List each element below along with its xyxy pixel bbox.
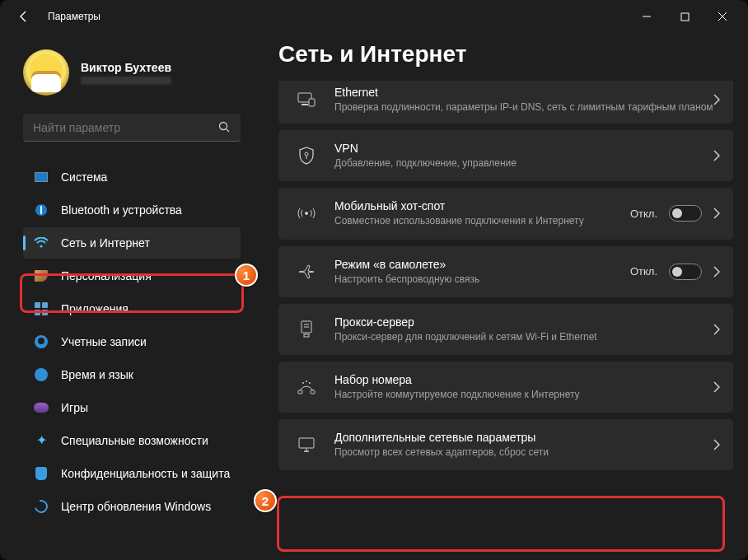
nav-system[interactable]: Система xyxy=(23,161,241,193)
svg-rect-16 xyxy=(311,390,315,394)
user-icon xyxy=(33,334,49,350)
update-icon xyxy=(33,498,49,515)
card-subtitle: Прокси-сервер для подключений к сетям Wi… xyxy=(334,330,713,343)
nav-label: Конфиденциальность и защита xyxy=(61,467,230,480)
back-button[interactable] xyxy=(12,4,36,29)
svg-point-17 xyxy=(302,382,304,384)
wifi-icon xyxy=(33,235,49,251)
nav-update[interactable]: Центр обновления Windows xyxy=(23,491,241,522)
nav-accounts[interactable]: Учетные записи xyxy=(23,326,241,357)
chevron-right-icon xyxy=(713,150,720,161)
annotation-badge-1: 1 xyxy=(235,264,258,287)
svg-rect-7 xyxy=(309,99,315,106)
svg-rect-6 xyxy=(302,104,308,105)
minimize-button[interactable] xyxy=(628,4,666,29)
card-title: Мобильный хот-спот xyxy=(334,199,630,212)
nav-label: Bluetooth и устройства xyxy=(61,203,182,217)
titlebar: Параметры xyxy=(0,0,748,33)
card-title: Ethernet xyxy=(334,86,713,99)
card-ethernet[interactable]: Ethernet Проверка подлинности, параметры… xyxy=(278,81,733,124)
proxy-icon xyxy=(293,320,320,338)
svg-rect-15 xyxy=(298,390,302,394)
card-proxy[interactable]: Прокси-сервер Прокси-сервер для подключе… xyxy=(278,304,733,355)
card-title: Дополнительные сетевые параметры xyxy=(334,431,713,444)
nav-network[interactable]: Сеть и Интернет xyxy=(23,227,241,259)
nav-label: Время и язык xyxy=(61,368,133,381)
card-hotspot[interactable]: Мобильный хот-спот Совместное использова… xyxy=(278,188,733,239)
card-title: VPN xyxy=(334,142,713,155)
card-subtitle: Настроить беспроводную связь xyxy=(334,273,630,286)
toggle-state: Откл. xyxy=(630,265,657,278)
chevron-right-icon xyxy=(713,94,720,105)
nav-gaming[interactable]: Игры xyxy=(23,392,241,423)
card-subtitle: Добавление, подключение, управление xyxy=(334,156,713,170)
chevron-right-icon xyxy=(713,439,720,450)
avatar xyxy=(23,49,69,96)
card-advanced-network[interactable]: Дополнительные сетевые параметры Просмот… xyxy=(278,419,733,470)
chevron-right-icon xyxy=(713,324,720,335)
airplane-toggle[interactable] xyxy=(669,264,702,280)
svg-point-8 xyxy=(305,152,308,156)
chevron-right-icon xyxy=(713,266,720,278)
card-subtitle: Просмотр всех сетевых адаптеров, сброс с… xyxy=(334,446,713,459)
clock-icon xyxy=(33,366,49,383)
dialup-icon xyxy=(293,380,320,394)
window-controls xyxy=(628,4,741,29)
profile-email-blurred xyxy=(81,77,171,85)
nav-privacy[interactable]: Конфиденциальность и защита xyxy=(23,458,241,489)
nav-bluetooth[interactable]: Bluetooth и устройства xyxy=(23,194,241,226)
card-title: Прокси-сервер xyxy=(334,315,713,329)
nav-list: Система Bluetooth и устройства Сеть и Ин… xyxy=(23,161,241,522)
nav-label: Специальные возможности xyxy=(61,434,208,447)
svg-rect-20 xyxy=(299,438,314,448)
svg-rect-14 xyxy=(304,334,309,337)
page-title: Сеть и Интернет xyxy=(278,41,733,68)
card-title: Набор номера xyxy=(334,373,713,386)
bluetooth-icon xyxy=(33,202,49,218)
nav-label: Учетные записи xyxy=(61,335,147,348)
svg-point-10 xyxy=(305,212,308,215)
apps-icon xyxy=(33,301,49,317)
card-title: Режим «в самолете» xyxy=(334,258,630,271)
nav-label: Персонализация xyxy=(61,269,152,282)
settings-window: Параметры Виктор Бухтеев xyxy=(0,0,748,560)
nav-apps[interactable]: Приложения xyxy=(23,293,241,324)
sidebar: Виктор Бухтеев Система Bluetooth и устро… xyxy=(0,33,255,560)
close-button[interactable] xyxy=(704,4,741,29)
hotspot-icon xyxy=(293,206,320,221)
card-dialup[interactable]: Набор номера Настройте коммутируемое под… xyxy=(278,362,733,413)
window-title: Параметры xyxy=(48,11,101,22)
nav-label: Приложения xyxy=(61,302,129,315)
card-subtitle: Проверка подлинности, параметры IP-и DNS… xyxy=(334,100,713,114)
hotspot-toggle[interactable] xyxy=(669,205,702,222)
svg-point-2 xyxy=(220,123,227,130)
chevron-right-icon xyxy=(713,208,720,219)
svg-point-4 xyxy=(40,245,42,247)
main-panel: Сеть и Интернет Ethernet Проверка подлин… xyxy=(255,33,748,560)
card-subtitle: Настройте коммутируемое подключение к Ин… xyxy=(334,388,713,401)
nav-accessibility[interactable]: ✦ Специальные возможности xyxy=(23,425,241,456)
toggle-state: Откл. xyxy=(630,208,657,220)
maximize-button[interactable] xyxy=(666,4,704,29)
svg-rect-1 xyxy=(681,13,689,21)
nav-time[interactable]: Время и язык xyxy=(23,359,241,390)
airplane-icon xyxy=(293,264,320,280)
system-icon xyxy=(33,169,49,185)
search-icon xyxy=(218,121,231,133)
svg-point-19 xyxy=(309,382,311,384)
search-box[interactable] xyxy=(23,114,241,142)
search-input[interactable] xyxy=(33,121,218,134)
chevron-right-icon xyxy=(713,381,720,393)
accessibility-icon: ✦ xyxy=(33,432,49,449)
card-list: Ethernet Проверка подлинности, параметры… xyxy=(278,81,733,470)
svg-point-18 xyxy=(306,380,307,382)
svg-line-3 xyxy=(227,129,230,133)
profile-block[interactable]: Виктор Бухтеев xyxy=(23,49,241,96)
brush-icon xyxy=(33,268,49,284)
nav-personalization[interactable]: Персонализация xyxy=(23,260,241,292)
ethernet-icon xyxy=(293,92,320,107)
card-vpn[interactable]: VPN Добавление, подключение, управление xyxy=(278,130,733,181)
card-airplane[interactable]: Режим «в самолете» Настроить беспроводну… xyxy=(278,246,733,297)
annotation-badge-2: 2 xyxy=(254,489,277,512)
vpn-icon xyxy=(293,147,320,165)
